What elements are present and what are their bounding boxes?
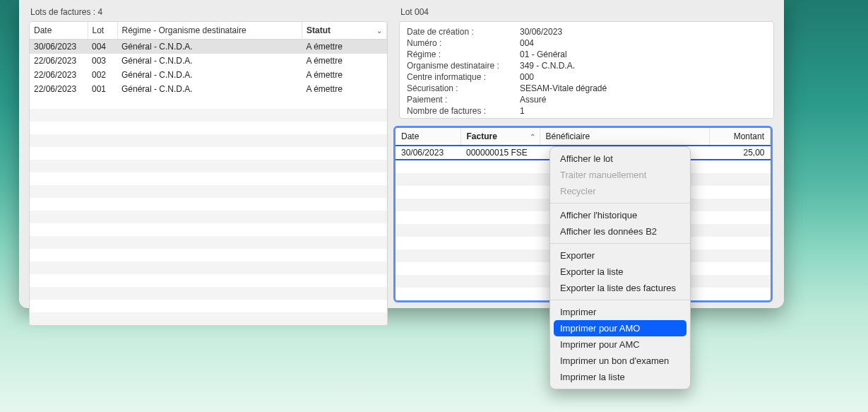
menu-item[interactable]: Afficher les données B2 xyxy=(550,223,690,240)
detail-label: Numéro : xyxy=(407,37,520,49)
lot-detail-title: Lot 004 xyxy=(399,4,774,21)
rcol-facture[interactable]: Facture⌃ xyxy=(460,128,540,146)
detail-label: Paiement : xyxy=(407,94,520,105)
chevron-up-icon: ⌃ xyxy=(530,133,535,141)
detail-value: 349 - C.N.D.A. xyxy=(520,60,766,71)
rcol-date[interactable]: Date xyxy=(396,128,460,146)
detail-row: Nombre de factures :1 xyxy=(407,105,766,117)
menu-item[interactable]: Afficher l'historique xyxy=(550,207,690,223)
detail-row: Régime :01 - Général xyxy=(407,49,766,60)
menu-item[interactable]: Imprimer xyxy=(550,304,690,320)
detail-row: Organisme destinataire :349 - C.N.D.A. xyxy=(407,60,766,71)
cell-regime: Général - C.N.D.A. xyxy=(117,54,302,68)
lots-row[interactable]: 22/06/2023002Général - C.N.D.A.A émettre xyxy=(30,68,387,82)
chevron-down-icon: ⌄ xyxy=(376,27,382,35)
context-menu: Afficher le lotTraiter manuellementRecyc… xyxy=(549,146,691,389)
rcol-benef[interactable]: Bénéficiaire xyxy=(540,128,710,146)
detail-value: Assuré xyxy=(520,94,766,105)
col-statut[interactable]: Statut⌄ xyxy=(302,22,387,40)
cell-date: 22/06/2023 xyxy=(30,68,88,82)
cell-montant: 25,00 xyxy=(710,146,771,160)
col-regime[interactable]: Régime - Organisme destinataire xyxy=(117,22,302,40)
menu-item: Recycler xyxy=(550,183,690,199)
menu-item[interactable]: Exporter xyxy=(550,247,690,264)
detail-label: Nombre de factures : xyxy=(407,105,520,117)
cell-regime: Général - C.N.D.A. xyxy=(117,82,302,96)
detail-row: Date de création :30/06/2023 xyxy=(407,26,766,37)
detail-row: Paiement :Assuré xyxy=(407,94,766,105)
menu-item[interactable]: Afficher le lot xyxy=(550,151,690,167)
menu-item: Traiter manuellement xyxy=(550,167,690,183)
detail-value: 01 - Général xyxy=(520,49,766,60)
detail-row: Sécurisation :SESAM-Vitale dégradé xyxy=(407,83,766,94)
detail-label: Sécurisation : xyxy=(407,83,520,94)
cell-statut: A émettre xyxy=(302,54,387,68)
cell-lot: 003 xyxy=(88,54,117,68)
menu-item[interactable]: Imprimer pour AMO xyxy=(554,320,686,336)
lots-table-pane: Date Lot Régime - Organisme destinataire… xyxy=(29,21,388,326)
detail-value: 004 xyxy=(520,37,766,49)
menu-item[interactable]: Imprimer pour AMC xyxy=(550,336,690,353)
detail-value: 1 xyxy=(520,105,766,117)
cell-date: 30/06/2023 xyxy=(396,146,460,160)
lot-detail-pane: Date de création :30/06/2023Numéro :004R… xyxy=(399,21,774,119)
cell-date: 30/06/2023 xyxy=(30,40,88,54)
detail-row: Total des factures :25,00 xyxy=(407,117,766,119)
detail-value: 30/06/2023 xyxy=(520,26,766,37)
menu-item[interactable]: Imprimer un bon d'examen xyxy=(550,353,690,369)
cell-date: 22/06/2023 xyxy=(30,54,88,68)
lots-row[interactable]: 22/06/2023003Général - C.N.D.A.A émettre xyxy=(30,54,387,68)
cell-regime: Général - C.N.D.A. xyxy=(117,68,302,82)
cell-statut: A émettre xyxy=(302,82,387,96)
detail-label: Total des factures : xyxy=(407,117,520,119)
detail-value: SESAM-Vitale dégradé xyxy=(520,83,766,94)
cell-date: 22/06/2023 xyxy=(30,82,88,96)
detail-value: 000 xyxy=(520,71,766,83)
detail-row: Numéro :004 xyxy=(407,37,766,49)
detail-value: 25,00 xyxy=(520,117,766,119)
cell-lot: 004 xyxy=(88,40,117,54)
cell-statut: A émettre xyxy=(302,40,387,54)
cell-regime: Général - C.N.D.A. xyxy=(117,40,302,54)
lots-panel-title: Lots de factures : 4 xyxy=(29,4,388,21)
menu-item[interactable]: Exporter la liste des factures xyxy=(550,280,690,296)
cell-lot: 002 xyxy=(88,68,117,82)
detail-label: Organisme destinataire : xyxy=(407,60,520,71)
detail-row: Centre informatique :000 xyxy=(407,71,766,83)
menu-item[interactable]: Imprimer la liste xyxy=(550,369,690,385)
rcol-montant[interactable]: Montant xyxy=(710,128,771,146)
detail-label: Régime : xyxy=(407,49,520,60)
detail-label: Centre informatique : xyxy=(407,71,520,83)
menu-item[interactable]: Exporter la liste xyxy=(550,264,690,280)
cell-facture: 000000015 FSE xyxy=(460,146,540,160)
col-lot[interactable]: Lot xyxy=(88,22,117,40)
lots-row[interactable]: 22/06/2023001Général - C.N.D.A.A émettre xyxy=(30,82,387,96)
col-date[interactable]: Date xyxy=(30,22,88,40)
cell-lot: 001 xyxy=(88,82,117,96)
detail-label: Date de création : xyxy=(407,26,520,37)
cell-statut: A émettre xyxy=(302,68,387,82)
lots-row[interactable]: 30/06/2023004Général - C.N.D.A.A émettre xyxy=(30,40,387,54)
